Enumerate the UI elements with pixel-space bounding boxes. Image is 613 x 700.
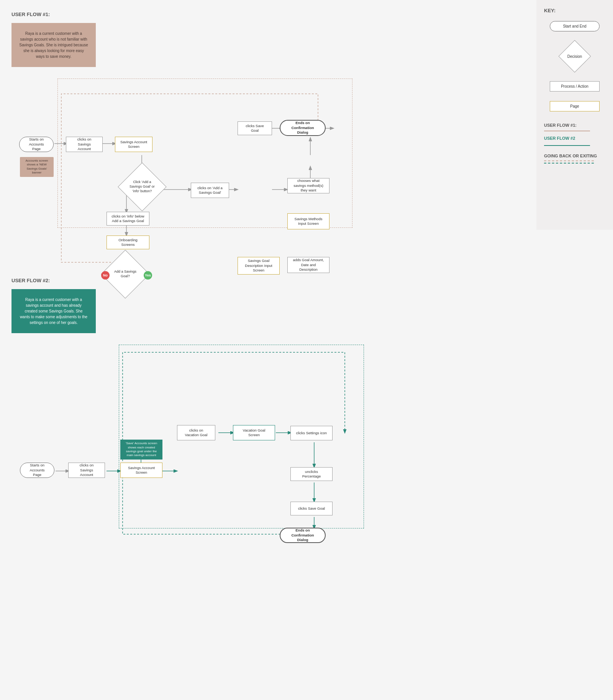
flow1-line <box>544 131 590 131</box>
flow2-description: Raya is a current customer with a saving… <box>11 289 96 333</box>
flow2-clicks-vacation: clicks on Vacation Goal <box>177 425 215 440</box>
flow1-ends-node: Ends on Confirmation Dialog <box>280 120 326 136</box>
flow2-clicks-settings: clicks Settings icon <box>290 426 333 440</box>
user-flow-1-section: USER FLOW #1: Raya is a current customer… <box>11 11 410 255</box>
flow2-clicks-save: clicks Save Goal <box>290 502 333 515</box>
going-back-dashed-pink <box>544 160 594 161</box>
user-flow-2-section: USER FLOW #2: Raya is a current customer… <box>11 278 410 540</box>
flow2-vacation-screen: Vacation Goal Screen <box>233 425 275 440</box>
flow1-start-node: Starts on Accounts Page <box>19 137 54 152</box>
key-process-action: Process / Action <box>544 81 605 92</box>
flow1-info-box: Accounts screen shows a 'NEW Savings Goa… <box>20 157 54 177</box>
flow1-no-badge: No <box>101 271 110 280</box>
flow2-clicks-savings: clicks on Savings Account <box>68 463 105 478</box>
key-page: Page <box>544 101 605 111</box>
flow2-start-node: Starts on Accounts Page <box>20 463 54 478</box>
flow1-clicks-savings: clicks on Savings Account <box>66 137 103 152</box>
main-content: USER FLOW #1: Raya is a current customer… <box>0 0 421 574</box>
key-rect-shape: Process / Action <box>550 81 600 92</box>
key-page-shape: Page <box>550 101 600 111</box>
flow2-line <box>544 145 590 146</box>
flow1-yes-badge: Yes <box>144 271 152 280</box>
flow1-savings-screen: Savings Account Screen <box>115 137 152 152</box>
going-back-dashed-teal <box>544 163 594 164</box>
flow2-title: USER FLOW #2: <box>11 278 410 283</box>
flow2-savings-screen: Savings Account Screen <box>120 463 162 478</box>
flow1-decision2: Add a Savings Goal? <box>108 257 143 291</box>
key-diamond-shape: Decision <box>559 41 590 72</box>
flow1-clicks-save-goal: clicks Save Goal <box>238 121 272 135</box>
sidebar: KEY: Start and End Decision Process / Ac… <box>536 0 613 230</box>
flow2-unclicks-pct: unclicks Percentage <box>290 467 333 481</box>
flow1-onboarding: Onboarding Screens <box>107 236 149 249</box>
flow1-adds-goal: adds Goal Amount, Date and Description <box>287 257 329 273</box>
sidebar-flow1-label: USER FLOW #1: <box>544 123 605 128</box>
key-oval-shape: Start and End <box>550 21 600 31</box>
flow1-clicks-info: clicks on 'info' below Add a Savings Goa… <box>107 212 149 226</box>
flow1-chooses-savings: chooses what savings method(s) they want <box>287 178 329 193</box>
key-start-end: Start and End <box>544 21 605 31</box>
flow1-description: Raya is a current customer with a saving… <box>11 23 96 67</box>
flow1-clicks-add-goal: clicks on 'Add a Savings Goal' <box>191 183 229 198</box>
key-title: KEY: <box>544 8 605 13</box>
key-decision: Decision <box>544 41 605 72</box>
flow1-title: USER FLOW #1: <box>11 11 410 17</box>
sidebar-flow2-label: USER FLOW #2 <box>544 136 605 141</box>
flow1-dashed-border <box>57 79 352 228</box>
flow1-decision1: Click 'Add a Savings Goal' or 'info' but… <box>125 170 159 204</box>
going-back-label: GOING BACK OR EXITING <box>544 154 605 158</box>
flow2-ends-node: Ends on Confirmation Dialog <box>280 528 326 543</box>
flow2-save-note: 'Save' Accounts screen shows each create… <box>120 440 162 460</box>
flow1-savings-methods: Savings Methods Input Screen <box>287 213 329 229</box>
flow1-savings-goal-input: Savings Goal Description Input Screen <box>238 257 280 275</box>
